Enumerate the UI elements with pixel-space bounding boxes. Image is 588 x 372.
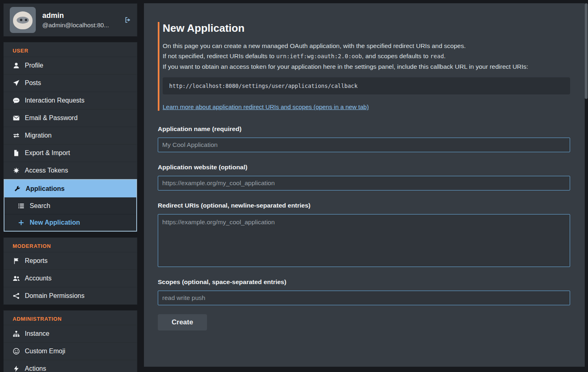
plus-icon (17, 219, 25, 226)
sidebar-item-custom-emoji[interactable]: Custom Emoji (4, 342, 137, 360)
sidebar-section-user: USER Profile Posts Interaction Requests … (3, 42, 137, 232)
sidebar-subitem-search[interactable]: Search (4, 197, 136, 214)
tools-icon (13, 185, 21, 193)
create-button[interactable]: Create (158, 314, 207, 330)
user-icon (13, 62, 20, 69)
callback-url-code: http://localhost:8080/settings/user/appl… (163, 77, 570, 94)
user-info: admin @admin@localhost:80... (42, 11, 118, 28)
intro-line-3: If you want to obtain an access token fo… (163, 61, 570, 72)
sidebar-section-moderation: MODERATION Reports Accounts Domain Permi… (3, 237, 137, 305)
share-nodes-icon (13, 292, 20, 300)
field-application-name: Application name (required) (158, 125, 570, 152)
comment-icon (13, 97, 20, 104)
user-card: admin @admin@localhost:80... (3, 3, 137, 37)
sidebar-subitem-label: New Application (30, 219, 80, 226)
main-panel: New Application On this page you can cre… (144, 3, 585, 367)
intro-line-2: If not specified, redirect URIs defaults… (163, 51, 570, 61)
intro-line-2-code: read (430, 53, 444, 59)
section-label-user: USER (4, 42, 137, 57)
sidebar-item-email-password[interactable]: Email & Password (4, 109, 137, 127)
application-name-label: Application name (required) (158, 125, 570, 133)
field-application-website: Application website (optional) (158, 164, 570, 190)
page-title: New Application (163, 22, 570, 35)
file-export-icon (13, 149, 20, 157)
sidebar-item-actions[interactable]: Actions (4, 360, 137, 372)
sidebar-item-label: Accounts (25, 275, 52, 282)
sidebar-item-label: Applications (26, 185, 65, 193)
redirect-uris-textarea[interactable] (158, 214, 570, 267)
sidebar-item-label: Profile (25, 62, 43, 69)
sidebar-item-accounts[interactable]: Accounts (4, 269, 137, 287)
sidebar-item-access-tokens[interactable]: Access Tokens (4, 162, 137, 179)
sidebar-item-interaction-requests[interactable]: Interaction Requests (4, 92, 137, 109)
sidebar-item-label: Posts (25, 79, 41, 87)
sidebar-item-domain-permissions[interactable]: Domain Permissions (4, 287, 137, 304)
sidebar: admin @admin@localhost:80... USER Profil… (3, 3, 137, 372)
smile-icon (13, 348, 20, 355)
sidebar-item-label: Custom Emoji (25, 348, 65, 355)
sidebar-item-profile[interactable]: Profile (4, 57, 137, 74)
sidebar-item-label: Reports (25, 257, 48, 265)
asterisk-icon (13, 167, 20, 174)
sitemap-icon (13, 330, 20, 337)
scrollbar-thumb[interactable] (585, 3, 588, 99)
field-scopes: Scopes (optional, space-separated entrie… (158, 278, 570, 305)
avatar (10, 7, 36, 33)
sidebar-item-migration[interactable]: Migration (4, 127, 137, 144)
applications-group: Applications Search New Application (4, 179, 137, 232)
sidebar-item-label: Export & Import (25, 149, 70, 157)
scopes-label: Scopes (optional, space-separated entrie… (158, 278, 570, 286)
sidebar-subitem-label: Search (30, 202, 50, 210)
sidebar-item-applications[interactable]: Applications (4, 180, 136, 197)
users-icon (13, 275, 20, 282)
exchange-arrows-icon (13, 132, 20, 139)
sidebar-item-label: Instance (25, 330, 49, 337)
user-handle: @admin@localhost:80... (42, 22, 118, 28)
sidebar-item-label: Domain Permissions (25, 292, 85, 300)
learn-more-link[interactable]: Learn more about application redirect UR… (163, 103, 369, 110)
scopes-input[interactable] (158, 291, 570, 305)
sidebar-item-instance[interactable]: Instance (4, 325, 137, 342)
redirect-uris-label: Redirect URIs (optional, newline-separat… (158, 202, 570, 209)
paper-plane-icon (13, 79, 20, 87)
sidebar-item-label: Email & Password (25, 114, 78, 122)
sidebar-subitem-new-application[interactable]: New Application (4, 214, 136, 231)
sidebar-item-export-import[interactable]: Export & Import (4, 144, 137, 162)
flag-icon (13, 257, 20, 265)
list-icon (17, 202, 25, 210)
intro-line-2-code: urn:ietf:wg:oauth:2.0:oob (276, 53, 362, 59)
intro-line-1: On this page you can create a new manage… (163, 41, 570, 51)
section-label-administration: ADMINISTRATION (4, 311, 137, 325)
user-name: admin (42, 11, 118, 20)
application-name-input[interactable] (158, 138, 570, 152)
sign-out-icon[interactable] (124, 16, 131, 24)
applications-submenu: Search New Application (4, 197, 136, 231)
sidebar-item-label: Interaction Requests (25, 97, 85, 104)
section-label-moderation: MODERATION (4, 238, 137, 252)
sidebar-item-label: Migration (25, 132, 52, 139)
sidebar-section-administration: ADMINISTRATION Instance Custom Emoji Act… (3, 310, 137, 372)
sidebar-item-label: Actions (25, 365, 46, 372)
intro-line-2-text: If not specified, redirect URIs defaults… (163, 53, 276, 59)
avatar-eyes (20, 19, 22, 21)
field-redirect-uris: Redirect URIs (optional, newline-separat… (158, 202, 570, 267)
intro-line-2-text: . (444, 53, 446, 59)
new-application-form: Application name (required) Application … (158, 125, 570, 330)
intro-line-2-text: , and scopes defaults to (362, 53, 430, 59)
application-website-input[interactable] (158, 176, 570, 190)
bolt-icon (13, 365, 20, 372)
envelope-icon (13, 114, 20, 122)
application-website-label: Application website (optional) (158, 164, 570, 171)
sidebar-item-posts[interactable]: Posts (4, 74, 137, 92)
sidebar-item-reports[interactable]: Reports (4, 252, 137, 269)
sidebar-item-label: Access Tokens (25, 167, 68, 174)
intro-section: New Application On this page you can cre… (158, 22, 570, 111)
